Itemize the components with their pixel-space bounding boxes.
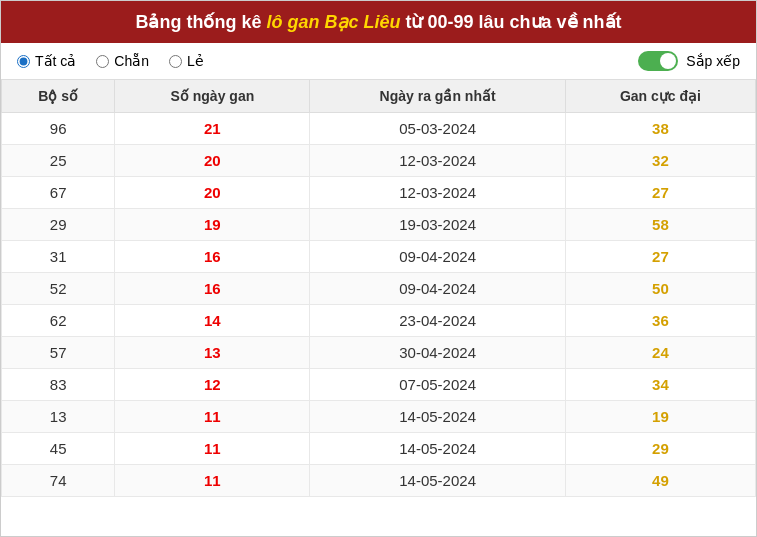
cell-bo-so: 57 (2, 337, 115, 369)
cell-ngay-ra: 07-05-2024 (310, 369, 565, 401)
cell-so-ngay-gan: 14 (115, 305, 310, 337)
header-prefix: Bảng thống kê (135, 12, 266, 32)
cell-ngay-ra: 05-03-2024 (310, 113, 565, 145)
cell-bo-so: 45 (2, 433, 115, 465)
cell-bo-so: 83 (2, 369, 115, 401)
cell-ngay-ra: 14-05-2024 (310, 401, 565, 433)
cell-so-ngay-gan: 11 (115, 433, 310, 465)
cell-gan-cuc-dai: 58 (565, 209, 755, 241)
cell-ngay-ra: 12-03-2024 (310, 145, 565, 177)
filter-chan[interactable]: Chẵn (96, 53, 149, 69)
cell-bo-so: 96 (2, 113, 115, 145)
cell-bo-so: 31 (2, 241, 115, 273)
filter-le[interactable]: Lẻ (169, 53, 204, 69)
table-row: 741114-05-202449 (2, 465, 756, 497)
cell-so-ngay-gan: 11 (115, 465, 310, 497)
header-highlight: lô gan Bạc Liêu (266, 12, 400, 32)
filter-all[interactable]: Tất cả (17, 53, 76, 69)
cell-bo-so: 67 (2, 177, 115, 209)
cell-gan-cuc-dai: 19 (565, 401, 755, 433)
cell-ngay-ra: 14-05-2024 (310, 465, 565, 497)
filter-chan-radio[interactable] (96, 55, 109, 68)
cell-bo-so: 74 (2, 465, 115, 497)
cell-so-ngay-gan: 12 (115, 369, 310, 401)
table-row: 252012-03-202432 (2, 145, 756, 177)
filter-le-radio[interactable] (169, 55, 182, 68)
cell-so-ngay-gan: 19 (115, 209, 310, 241)
cell-gan-cuc-dai: 38 (565, 113, 755, 145)
cell-so-ngay-gan: 20 (115, 145, 310, 177)
filter-all-label: Tất cả (35, 53, 76, 69)
cell-so-ngay-gan: 16 (115, 241, 310, 273)
table-row: 131114-05-202419 (2, 401, 756, 433)
table-row: 571330-04-202424 (2, 337, 756, 369)
table-row: 962105-03-202438 (2, 113, 756, 145)
table-row: 621423-04-202436 (2, 305, 756, 337)
table-row: 311609-04-202427 (2, 241, 756, 273)
cell-gan-cuc-dai: 29 (565, 433, 755, 465)
cell-ngay-ra: 23-04-2024 (310, 305, 565, 337)
table-row: 831207-05-202434 (2, 369, 756, 401)
cell-gan-cuc-dai: 27 (565, 241, 755, 273)
cell-ngay-ra: 09-04-2024 (310, 273, 565, 305)
table-header-row: Bộ số Số ngày gan Ngày ra gần nhất Gan c… (2, 80, 756, 113)
cell-bo-so: 62 (2, 305, 115, 337)
cell-so-ngay-gan: 21 (115, 113, 310, 145)
sort-toggle-container: Sắp xếp (638, 51, 740, 71)
table-row: 521609-04-202450 (2, 273, 756, 305)
cell-gan-cuc-dai: 34 (565, 369, 755, 401)
sort-toggle-switch[interactable] (638, 51, 678, 71)
page-header: Bảng thống kê lô gan Bạc Liêu từ 00-99 l… (1, 1, 756, 43)
cell-gan-cuc-dai: 24 (565, 337, 755, 369)
col-gan-cuc-dai: Gan cực đại (565, 80, 755, 113)
cell-so-ngay-gan: 20 (115, 177, 310, 209)
filter-bar: Tất cả Chẵn Lẻ Sắp xếp (1, 43, 756, 79)
cell-bo-so: 52 (2, 273, 115, 305)
cell-so-ngay-gan: 13 (115, 337, 310, 369)
table-row: 291919-03-202458 (2, 209, 756, 241)
col-ngay-ra: Ngày ra gần nhất (310, 80, 565, 113)
cell-bo-so: 13 (2, 401, 115, 433)
cell-ngay-ra: 12-03-2024 (310, 177, 565, 209)
filter-all-radio[interactable] (17, 55, 30, 68)
cell-bo-so: 29 (2, 209, 115, 241)
cell-gan-cuc-dai: 32 (565, 145, 755, 177)
sort-label: Sắp xếp (686, 53, 740, 69)
filter-chan-label: Chẵn (114, 53, 149, 69)
col-so-ngay-gan: Số ngày gan (115, 80, 310, 113)
cell-so-ngay-gan: 11 (115, 401, 310, 433)
main-table: Bộ số Số ngày gan Ngày ra gần nhất Gan c… (1, 79, 756, 497)
cell-ngay-ra: 14-05-2024 (310, 433, 565, 465)
cell-gan-cuc-dai: 27 (565, 177, 755, 209)
cell-ngay-ra: 19-03-2024 (310, 209, 565, 241)
table-row: 451114-05-202429 (2, 433, 756, 465)
table-row: 672012-03-202427 (2, 177, 756, 209)
header-suffix: từ 00-99 lâu chưa về nhất (400, 12, 621, 32)
cell-gan-cuc-dai: 36 (565, 305, 755, 337)
cell-ngay-ra: 09-04-2024 (310, 241, 565, 273)
filter-le-label: Lẻ (187, 53, 204, 69)
col-bo-so: Bộ số (2, 80, 115, 113)
cell-ngay-ra: 30-04-2024 (310, 337, 565, 369)
cell-gan-cuc-dai: 50 (565, 273, 755, 305)
cell-bo-so: 25 (2, 145, 115, 177)
cell-gan-cuc-dai: 49 (565, 465, 755, 497)
cell-so-ngay-gan: 16 (115, 273, 310, 305)
